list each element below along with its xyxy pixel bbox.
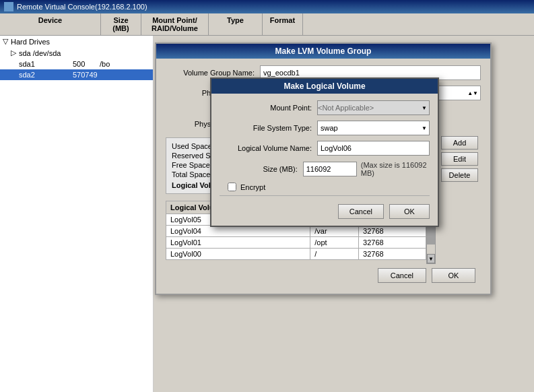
col-header-format: Format	[263, 13, 303, 35]
sda2-size: 570749	[73, 71, 98, 79]
lv-row-3[interactable]: LogVol00 / 32768	[166, 249, 426, 260]
app-icon	[4, 2, 13, 11]
fs-type-select-wrapper: swap ▼	[317, 121, 430, 135]
tree-sda[interactable]: ▷ sda /dev/sda	[0, 47, 153, 59]
fs-type-row: File System Type: swap ▼	[220, 121, 430, 135]
size-input[interactable]	[303, 162, 357, 176]
lvm-dialog: Make LVM Volume Group Volume Group Name:…	[155, 42, 492, 295]
encrypt-row: Encrypt	[220, 183, 430, 191]
size-label: Size (MB):	[220, 165, 303, 173]
lv-size-1: 32768	[359, 226, 426, 237]
lv-name-form-label: Logical Volume Name:	[220, 144, 317, 152]
lv-row-2[interactable]: LogVol01 /opt 32768	[166, 237, 426, 249]
make-logical-volume-dialog: Make Logical Volume Mount Point: <Not Ap…	[210, 77, 439, 227]
main-window: Device Size(MB) Mount Point/RAID/Volume …	[0, 13, 534, 392]
col-header-size: Size(MB)	[101, 13, 141, 35]
sda-label: sda /dev/sda	[19, 49, 61, 57]
used-space-label: Used Space:	[172, 142, 214, 150]
mlv-buttons: Cancel OK	[220, 200, 430, 219]
hard-drives-label: Hard Drives	[11, 38, 50, 46]
col-header-mount: Mount Point/RAID/Volume	[141, 13, 209, 35]
lv-size-2: 32768	[359, 237, 426, 249]
lv-name-row: Logical Volume Name:	[220, 141, 430, 156]
sda2-name: sda2	[19, 71, 73, 79]
free-space-label: Free Space:	[172, 161, 212, 169]
encrypt-checkbox[interactable]	[228, 183, 236, 191]
lv-side-buttons: Add Edit Delete	[438, 133, 481, 264]
mlv-divider	[220, 195, 430, 196]
edit-lv-button[interactable]: Edit	[441, 152, 478, 166]
total-space-label: Total Space:	[172, 170, 213, 178]
lv-mount-3: /	[310, 249, 359, 260]
add-lv-button[interactable]: Add	[441, 136, 478, 150]
tree-sda2[interactable]: sda2 570749	[0, 69, 153, 80]
lv-name-1: LogVol04	[166, 226, 310, 237]
lv-name-3: LogVol00	[166, 249, 310, 260]
col-header-device: Device	[0, 13, 101, 35]
encrypt-label: Encrypt	[240, 183, 265, 191]
title-bar: Remote Virtual Console(192.168.2.100)	[0, 0, 534, 13]
col-header-type: Type	[209, 13, 263, 35]
title-bar-text: Remote Virtual Console(192.168.2.100)	[17, 3, 147, 11]
mlv-cancel-button[interactable]: Cancel	[338, 204, 384, 219]
mount-point-select-wrapper: <Not Applicable> ▼	[317, 100, 430, 115]
lvm-bottom-buttons: Cancel OK	[166, 264, 481, 287]
lvm-ok-button[interactable]: OK	[432, 268, 475, 283]
device-table-header: Device Size(MB) Mount Point/RAID/Volume …	[0, 13, 534, 36]
mlv-ok-button[interactable]: OK	[389, 204, 430, 219]
max-size-hint: (Max size is 116092 MB)	[361, 161, 430, 177]
lvm-cancel-button[interactable]: Cancel	[378, 268, 426, 283]
lv-mount-2: /opt	[310, 237, 359, 249]
lv-row-1[interactable]: LogVol04 /var 32768	[166, 226, 426, 237]
size-row: Size (MB): (Max size is 116092 MB)	[220, 161, 430, 177]
mlv-body: Mount Point: <Not Applicable> ▼ File Sys…	[211, 94, 438, 226]
lv-name-input[interactable]	[317, 141, 430, 156]
lv-size-3: 32768	[359, 249, 426, 260]
sda1-name: sda1	[19, 60, 73, 68]
mlv-title: Make Logical Volume	[211, 79, 438, 94]
fs-type-label: File System Type:	[220, 124, 317, 132]
delete-lv-button[interactable]: Delete	[441, 168, 478, 182]
mount-point-row: Mount Point: <Not Applicable> ▼	[220, 100, 430, 115]
scroll-down[interactable]: ▼	[427, 254, 435, 263]
lv-name-2: LogVol01	[166, 237, 310, 249]
tree-hard-drives[interactable]: ▽ Hard Drives	[0, 36, 153, 47]
fs-type-select[interactable]: swap	[317, 121, 430, 135]
sda1-size: 500	[73, 60, 100, 68]
tree-sda1[interactable]: sda1 500 /bo	[0, 59, 153, 69]
mount-point-select[interactable]: <Not Applicable>	[317, 100, 430, 115]
mount-point-label: Mount Point:	[220, 104, 317, 112]
lvm-dialog-title: Make LVM Volume Group	[156, 44, 490, 59]
sda1-mount: /bo	[100, 60, 110, 68]
vg-name-label: Volume Group Name:	[166, 69, 260, 77]
lv-mount-1: /var	[310, 226, 359, 237]
